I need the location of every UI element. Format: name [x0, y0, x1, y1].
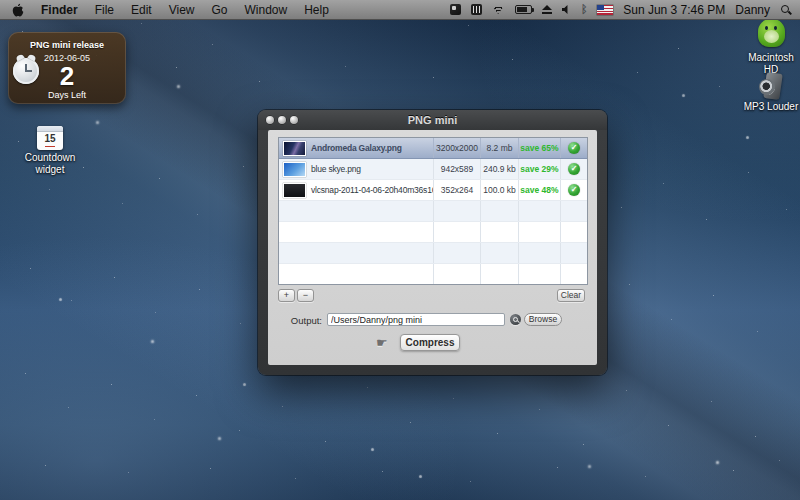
battery-icon[interactable] — [515, 5, 532, 14]
output-search-icon[interactable] — [510, 314, 521, 325]
file-dimensions: 3200x2000 — [436, 143, 478, 153]
file-thumbnail — [283, 183, 306, 198]
table-row-empty — [279, 264, 587, 285]
minimize-button[interactable] — [278, 116, 286, 124]
spotlight-icon[interactable] — [780, 4, 792, 16]
table-row[interactable]: Andromeda Galaxy.png 3200x2000 8.2 mb sa… — [279, 138, 587, 159]
menu-extra-app-icon[interactable] — [450, 4, 461, 15]
file-size: 240.9 kb — [483, 164, 516, 174]
output-label: Output: — [282, 315, 322, 326]
widget-title: PNG mini release — [8, 40, 126, 50]
widget-date: 2012-06-05 — [8, 53, 126, 63]
menu-clock[interactable]: Sun Jun 3 7:46 PM — [623, 3, 725, 17]
table-row-empty — [279, 243, 587, 264]
output-row: Output: Browse — [268, 313, 597, 329]
table-row-empty — [279, 222, 587, 243]
file-name: Andromeda Galaxy.png — [311, 143, 402, 153]
menu-item-window[interactable]: Window — [245, 3, 288, 17]
wifi-icon[interactable] — [492, 5, 505, 14]
desktop: Finder File Edit View Go Window Help ᛒ S… — [0, 0, 800, 500]
eject-icon[interactable] — [542, 5, 552, 14]
file-thumbnail — [283, 141, 306, 156]
menu-item-help[interactable]: Help — [304, 3, 329, 17]
output-path-input[interactable] — [327, 313, 505, 326]
browse-button[interactable]: Browse — [524, 313, 562, 326]
pointing-hand-icon: ☛ — [376, 335, 388, 350]
file-thumbnail — [283, 162, 306, 177]
user-menu[interactable]: Danny — [735, 3, 770, 17]
menu-item-edit[interactable]: Edit — [131, 3, 152, 17]
file-savings: save 48% — [520, 185, 558, 195]
table-row[interactable]: vlcsnap-2011-04-06-20h40m36s165.png 352x… — [279, 180, 587, 201]
file-savings: save 29% — [520, 164, 558, 174]
file-name: blue skye.png — [311, 164, 361, 174]
countdown-widget-icon[interactable]: 15 — [37, 126, 63, 150]
status-check-icon: ✓ — [568, 163, 580, 175]
remove-file-button[interactable]: − — [297, 289, 314, 302]
table-row-empty — [279, 201, 587, 222]
calendar-day: 15 — [37, 133, 63, 144]
zoom-button[interactable] — [290, 116, 298, 124]
compress-button[interactable]: Compress — [400, 334, 460, 351]
file-table: Andromeda Galaxy.png 3200x2000 8.2 mb sa… — [278, 137, 588, 285]
menu-item-finder[interactable]: Finder — [41, 3, 78, 17]
file-name: vlcsnap-2011-04-06-20h40m36s165.png — [311, 185, 434, 195]
menu-item-view[interactable]: View — [169, 3, 195, 17]
file-size: 100.0 kb — [483, 185, 516, 195]
close-button[interactable] — [266, 116, 274, 124]
file-dimensions: 352x264 — [441, 185, 474, 195]
file-size: 8.2 mb — [487, 143, 513, 153]
mp3-louder-icon[interactable] — [757, 72, 785, 100]
status-check-icon: ✓ — [568, 142, 580, 154]
file-dimensions: 942x589 — [441, 164, 474, 174]
bluetooth-icon[interactable]: ᛒ — [581, 4, 588, 15]
input-source-icon[interactable] — [471, 4, 482, 15]
add-file-button[interactable]: + — [278, 289, 295, 302]
countdown-widget-panel[interactable]: PNG mini release 2012-06-05 2 Days Left — [8, 32, 126, 104]
menu-bar: Finder File Edit View Go Window Help ᛒ S… — [0, 0, 800, 20]
window-title: PNG mini — [408, 114, 458, 126]
clear-button[interactable]: Clear — [557, 289, 585, 302]
widget-days-label: Days Left — [8, 90, 126, 100]
png-mini-window: PNG mini Andromeda Galaxy.png 3200x2000 … — [258, 110, 607, 375]
window-titlebar[interactable]: PNG mini — [258, 110, 607, 130]
countdown-widget-label[interactable]: Countdown widget — [14, 152, 86, 176]
menu-item-file[interactable]: File — [95, 3, 114, 17]
keyboard-flag-icon[interactable] — [597, 5, 613, 15]
menu-item-go[interactable]: Go — [212, 3, 228, 17]
status-check-icon: ✓ — [568, 184, 580, 196]
file-savings: save 65% — [520, 143, 558, 153]
window-content: Andromeda Galaxy.png 3200x2000 8.2 mb sa… — [268, 130, 597, 365]
table-row[interactable]: blue skye.png 942x589 240.9 kb save 29% … — [279, 159, 587, 180]
apple-menu-icon[interactable] — [12, 3, 24, 17]
volume-icon[interactable] — [562, 5, 571, 14]
mp3-louder-label[interactable]: MP3 Louder — [738, 101, 800, 113]
